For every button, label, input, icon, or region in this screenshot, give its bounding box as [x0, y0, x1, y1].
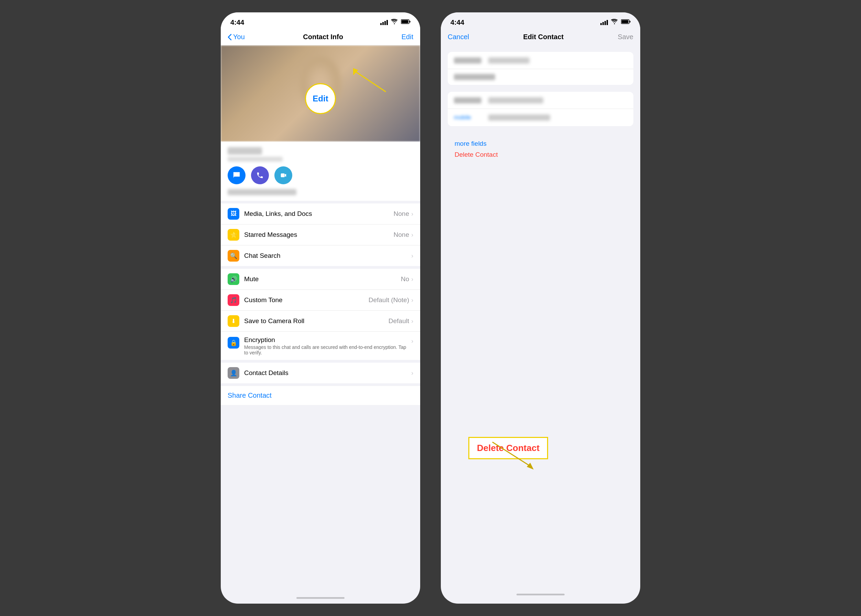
person-icon: 👤 [228, 367, 239, 379]
media-links-docs-item[interactable]: 🖼 Media, Links, and Docs None › [221, 203, 420, 225]
contact-details-label: Contact Details [244, 369, 411, 377]
phone-number-value [488, 115, 550, 121]
status-bar-left: 4:44 [221, 13, 420, 30]
message-button[interactable] [228, 167, 246, 184]
custom-tone-label: Custom Tone [244, 296, 368, 304]
save-button[interactable]: Save [617, 33, 633, 41]
first-name-row[interactable] [448, 52, 633, 69]
star-icon: ⭐ [228, 229, 239, 240]
contact-info-section [221, 141, 420, 203]
home-bar-right [516, 594, 565, 596]
first-name-value [488, 57, 529, 64]
status-text-blurred [228, 189, 413, 195]
wifi-icon [390, 19, 398, 26]
svg-rect-1 [409, 21, 411, 23]
back-label: You [233, 33, 245, 41]
chat-search-label: Chat Search [244, 252, 411, 259]
menu-section-2: 🔊 Mute No › 🎵 Custom Tone Default (Note)… [221, 269, 420, 360]
contact-photo: Edit [221, 46, 420, 141]
name-section [448, 52, 633, 85]
phone-number-row[interactable]: mobile [448, 109, 633, 126]
encryption-text-group: Encryption Messages to this chat and cal… [244, 336, 411, 355]
battery-icon [401, 19, 411, 26]
chevron-icon: › [411, 276, 413, 283]
left-phone: 4:44 You Contact Info Edit [221, 13, 420, 603]
starred-messages-label: Starred Messages [244, 231, 394, 239]
contact-name [228, 147, 262, 155]
media-links-docs-value: None [394, 210, 409, 218]
delete-contact-section: Delete Contact [441, 151, 640, 159]
save-camera-roll-label: Save to Camera Roll [244, 317, 389, 325]
share-contact-section: Share Contact [221, 386, 420, 405]
svg-rect-7 [622, 20, 628, 24]
custom-tone-value: Default (Note) [368, 296, 409, 304]
menu-section-3: 👤 Contact Details › [221, 363, 420, 383]
starred-messages-value: None [394, 231, 409, 239]
contact-subtitle [228, 157, 283, 162]
custom-tone-item[interactable]: 🎵 Custom Tone Default (Note) › [221, 290, 420, 311]
edit-form: mobile [441, 45, 640, 140]
chevron-icon: › [411, 369, 413, 377]
nav-bar-left: You Contact Info Edit [221, 30, 420, 46]
phone-type-label: mobile [454, 114, 482, 121]
mute-item[interactable]: 🔊 Mute No › [221, 269, 420, 290]
encryption-sublabel: Messages to this chat and calls are secu… [244, 344, 411, 355]
right-phone: 4:44 Cancel Edit Contact Save [441, 13, 640, 603]
back-button[interactable]: You [228, 33, 245, 41]
chat-search-item[interactable]: 🔍 Chat Search › [221, 245, 420, 266]
status-time-left: 4:44 [230, 19, 244, 27]
media-links-docs-label: Media, Links, and Docs [244, 210, 394, 218]
encryption-item[interactable]: 🔒 Encryption Messages to this chat and c… [221, 332, 420, 360]
battery-icon-right [621, 19, 631, 26]
status-icons-left [380, 19, 411, 26]
menu-section-1: 🖼 Media, Links, and Docs None › ⭐ Starre… [221, 203, 420, 266]
svg-rect-6 [630, 21, 631, 23]
home-indicator-right [441, 589, 640, 600]
last-name-label [454, 74, 495, 80]
svg-marker-9 [527, 463, 534, 470]
phone-section: mobile [448, 92, 633, 126]
first-name-label [454, 57, 482, 64]
contact-actions [228, 167, 413, 184]
phone-label [454, 97, 482, 104]
home-indicator-left [221, 592, 420, 603]
edit-button[interactable]: Edit [401, 33, 413, 41]
phone-country-row[interactable] [448, 92, 633, 109]
delete-annotation-box: Delete Contact [468, 437, 548, 459]
music-icon: 🎵 [228, 294, 239, 306]
search-icon: 🔍 [228, 250, 239, 262]
nav-title-left: Contact Info [303, 33, 343, 41]
status-icons-right [600, 19, 631, 26]
signal-icon [380, 20, 388, 25]
home-bar [296, 597, 345, 599]
chevron-icon: › [411, 252, 413, 259]
call-button[interactable] [251, 167, 269, 184]
photo-icon: 🖼 [228, 208, 239, 220]
edit-annotation-text: Edit [313, 94, 328, 104]
speaker-icon: 🔊 [228, 273, 239, 285]
status-time-right: 4:44 [450, 19, 464, 27]
starred-messages-item[interactable]: ⭐ Starred Messages None › [221, 225, 420, 245]
save-camera-roll-value: Default [389, 317, 409, 325]
contact-details-item[interactable]: 👤 Contact Details › [221, 363, 420, 383]
save-camera-roll-item[interactable]: ⬇ Save to Camera Roll Default › [221, 311, 420, 332]
share-contact-button[interactable]: Share Contact [228, 391, 272, 399]
mute-label: Mute [244, 275, 401, 283]
status-bar-right: 4:44 [441, 13, 640, 30]
edit-annotation-circle: Edit [305, 83, 336, 114]
svg-rect-2 [401, 20, 409, 24]
chevron-icon: › [411, 211, 413, 218]
video-button[interactable] [274, 167, 292, 184]
chevron-icon: › [411, 297, 413, 304]
chevron-icon: › [411, 338, 413, 345]
cancel-button[interactable]: Cancel [448, 33, 469, 41]
delete-contact-button[interactable]: Delete Contact [448, 145, 505, 163]
mute-value: No [401, 275, 409, 283]
edit-nav-bar: Cancel Edit Contact Save [441, 30, 640, 45]
download-icon: ⬇ [228, 315, 239, 327]
wifi-icon-right [611, 19, 618, 26]
encryption-label: Encryption [244, 336, 411, 344]
edit-contact-title: Edit Contact [523, 33, 564, 41]
last-name-row[interactable] [448, 69, 633, 85]
signal-icon-right [600, 20, 608, 25]
